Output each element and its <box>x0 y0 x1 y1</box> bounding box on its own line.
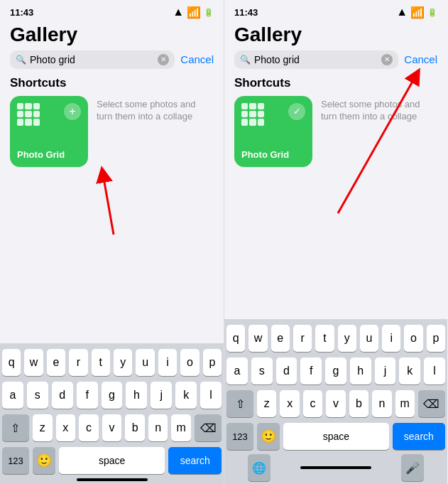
home-indicator-1 <box>77 478 148 481</box>
card-label-1: Photo Grid <box>17 149 65 160</box>
key-x-2[interactable]: x <box>280 390 299 417</box>
key-o-2[interactable]: o <box>404 325 422 352</box>
bottom-bar-2: 123 🙂 space search <box>226 423 445 450</box>
card-top-2: ✓ <box>241 103 305 126</box>
key-l-1[interactable]: l <box>200 382 222 409</box>
phone-panel-2: 11:43 ▲ 📶 🔋 Gallery 🔍 Photo grid ✕ Cance… <box>224 0 447 484</box>
key-e-1[interactable]: e <box>47 349 65 376</box>
key-row-a-2: a s d f g h j k l <box>226 357 445 384</box>
key-v-2[interactable]: v <box>326 390 345 417</box>
key-space-1[interactable]: space <box>59 447 165 474</box>
search-clear-btn-1[interactable]: ✕ <box>158 54 169 65</box>
key-shift-1[interactable]: ⇧ <box>2 414 29 441</box>
key-y-2[interactable]: y <box>338 325 356 352</box>
search-input-wrap-1[interactable]: 🔍 Photo grid ✕ <box>10 50 175 69</box>
key-q-1[interactable]: q <box>2 349 21 376</box>
key-p-2[interactable]: p <box>427 325 445 352</box>
card-top-1: + <box>17 103 81 126</box>
key-l-2[interactable]: l <box>424 357 445 384</box>
key-c-2[interactable]: c <box>303 390 322 417</box>
key-emoji-2[interactable]: 🙂 <box>257 423 280 450</box>
search-input-text-1[interactable]: Photo grid <box>30 54 154 65</box>
key-i-1[interactable]: i <box>158 349 177 376</box>
key-m-1[interactable]: m <box>171 414 191 441</box>
gallery-title-1: Gallery <box>10 24 214 46</box>
key-g-1[interactable]: g <box>102 382 123 409</box>
key-s-2[interactable]: s <box>251 357 273 384</box>
key-emoji-1[interactable]: 🙂 <box>33 447 55 474</box>
status-icons-2: ▲ 📶 🔋 <box>396 6 437 19</box>
key-b-1[interactable]: b <box>125 414 145 441</box>
key-z-1[interactable]: z <box>33 414 53 441</box>
wifi-icon-2: 📶 <box>410 6 425 19</box>
key-a-1[interactable]: a <box>2 382 23 409</box>
key-q-2[interactable]: q <box>226 325 245 352</box>
key-z-2[interactable]: z <box>257 390 276 417</box>
key-j-1[interactable]: j <box>151 382 172 409</box>
cancel-btn-1[interactable]: Cancel <box>180 53 214 65</box>
key-w-1[interactable]: w <box>24 349 43 376</box>
key-d-2[interactable]: d <box>276 357 297 384</box>
key-k-2[interactable]: k <box>399 357 420 384</box>
key-globe-2[interactable]: 🌐 <box>248 454 271 481</box>
key-x-1[interactable]: x <box>56 414 76 441</box>
home-indicator-2 <box>300 466 371 469</box>
search-key-2[interactable]: search <box>393 423 445 450</box>
key-delete-1[interactable]: ⌫ <box>195 414 222 441</box>
key-w-2[interactable]: w <box>248 325 267 352</box>
key-r-1[interactable]: r <box>69 349 87 376</box>
wifi-icon: 📶 <box>187 6 201 19</box>
key-d-1[interactable]: d <box>52 382 73 409</box>
key-v-1[interactable]: v <box>102 414 122 441</box>
key-row-a-1: a s d f g h j k l <box>2 382 222 409</box>
search-clear-btn-2[interactable]: ✕ <box>381 54 393 65</box>
cancel-btn-2[interactable]: Cancel <box>404 53 437 65</box>
shortcut-card-2[interactable]: ✓ Photo Grid <box>234 96 312 167</box>
key-shift-2[interactable]: ⇧ <box>226 390 253 417</box>
key-b-2[interactable]: b <box>349 390 368 417</box>
key-t-1[interactable]: t <box>92 349 110 376</box>
key-i-2[interactable]: i <box>382 325 400 352</box>
key-space-2[interactable]: space <box>283 423 389 450</box>
key-num-2[interactable]: 123 <box>226 423 253 450</box>
key-f-1[interactable]: f <box>77 382 98 409</box>
key-m-2[interactable]: m <box>395 390 415 417</box>
key-num-1[interactable]: 123 <box>2 447 29 474</box>
search-key-1[interactable]: search <box>168 447 222 474</box>
grid-icon-2 <box>241 103 264 126</box>
key-a-2[interactable]: a <box>226 357 248 384</box>
add-btn-1[interactable]: + <box>64 103 81 120</box>
keyboard-2[interactable]: q w e r t y u i o p a s d f g h j k l ⇧ … <box>224 319 447 484</box>
key-n-2[interactable]: n <box>372 390 391 417</box>
key-c-1[interactable]: c <box>79 414 99 441</box>
shortcut-desc-1: Select some photos and turn them into a … <box>97 96 214 123</box>
key-k-1[interactable]: k <box>175 382 197 409</box>
key-h-1[interactable]: h <box>126 382 147 409</box>
key-p-1[interactable]: p <box>203 349 222 376</box>
keyboard-1[interactable]: q w e r t y u i o p a s d f g h j k l ⇧ … <box>0 343 224 484</box>
shortcut-card-1[interactable]: + Photo Grid <box>10 96 88 167</box>
key-g-2[interactable]: g <box>325 357 346 384</box>
key-t-2[interactable]: t <box>315 325 334 352</box>
key-o-1[interactable]: o <box>180 349 199 376</box>
search-bar-1[interactable]: 🔍 Photo grid ✕ Cancel <box>10 50 214 69</box>
key-j-2[interactable]: j <box>375 357 396 384</box>
search-input-text-2[interactable]: Photo grid <box>254 54 378 65</box>
key-y-1[interactable]: y <box>114 349 132 376</box>
key-h-2[interactable]: h <box>350 357 371 384</box>
key-e-2[interactable]: e <box>271 325 290 352</box>
search-input-wrap-2[interactable]: 🔍 Photo grid ✕ <box>234 50 398 69</box>
search-icon-1: 🔍 <box>16 55 26 65</box>
key-u-2[interactable]: u <box>360 325 378 352</box>
key-f-2[interactable]: f <box>300 357 322 384</box>
gallery-header-2: Gallery 🔍 Photo grid ✕ Cancel <box>224 21 447 76</box>
key-delete-2[interactable]: ⌫ <box>418 390 445 417</box>
search-bar-2[interactable]: 🔍 Photo grid ✕ Cancel <box>234 50 437 69</box>
key-n-1[interactable]: n <box>148 414 168 441</box>
key-mic-2[interactable]: 🎤 <box>401 454 424 481</box>
key-s-1[interactable]: s <box>27 382 48 409</box>
key-r-2[interactable]: r <box>293 325 312 352</box>
key-u-1[interactable]: u <box>136 349 154 376</box>
check-btn-2[interactable]: ✓ <box>288 103 305 120</box>
gallery-header-1: Gallery 🔍 Photo grid ✕ Cancel <box>0 21 224 76</box>
